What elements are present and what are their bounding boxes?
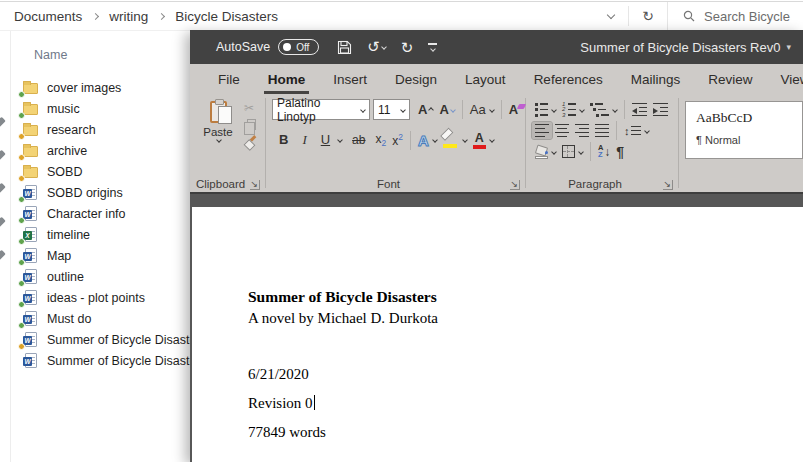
multilevel-list-button[interactable] xyxy=(587,101,620,119)
clipboard-dialog-launcher-icon[interactable]: ↘ xyxy=(250,180,261,190)
change-case-button[interactable]: Aa xyxy=(467,101,497,118)
numbering-button[interactable]: 1 2 3 xyxy=(559,101,587,119)
screenshot-root: Documents writing Bicycle Disasters xyxy=(0,0,803,462)
font-name-combobox[interactable]: Palatino Linotyp xyxy=(272,99,370,120)
cut-icon[interactable]: ✂ xyxy=(244,102,258,114)
line-spacing-button[interactable]: ↕ xyxy=(621,123,653,139)
sync-status-badge xyxy=(18,301,25,308)
file-row[interactable]: cover images xyxy=(22,77,197,98)
file-type-icon xyxy=(25,227,37,242)
bold-button[interactable]: B xyxy=(272,129,295,151)
subscript-button[interactable]: x2 xyxy=(372,130,389,150)
file-row[interactable]: Must do xyxy=(22,308,197,329)
italic-button[interactable]: I xyxy=(295,129,313,151)
file-row[interactable]: research xyxy=(22,119,197,140)
ribbon-tab[interactable]: Mailings xyxy=(617,64,695,94)
file-type-icon xyxy=(25,185,37,200)
file-icon xyxy=(22,311,40,327)
shrink-font-button[interactable]: A xyxy=(436,101,457,118)
doc-title-text[interactable]: Summer of Bicycle Disasters xyxy=(248,288,437,306)
doc-revision-text[interactable]: Revision 0 xyxy=(248,395,315,412)
redo-icon[interactable]: ↻ xyxy=(401,40,414,55)
breadcrumb-item[interactable]: writing xyxy=(105,7,152,26)
ribbon-tab[interactable]: Home xyxy=(254,64,320,94)
clear-formatting-button[interactable]: A xyxy=(506,100,521,119)
file-row[interactable]: timeline xyxy=(22,224,197,245)
breadcrumb-segment: Documents xyxy=(10,7,105,26)
divider xyxy=(624,100,625,119)
doc-byline-text[interactable]: A novel by Michael D. Durkota xyxy=(248,310,438,327)
file-row[interactable]: Summer of Bicycle Disaste xyxy=(22,329,197,350)
copy-icon[interactable] xyxy=(247,119,256,130)
shading-button[interactable] xyxy=(532,143,559,160)
file-row[interactable]: SOBD xyxy=(22,161,197,182)
chevron-down-icon xyxy=(579,107,585,113)
format-painter-icon[interactable] xyxy=(244,135,258,149)
highlight-color-button[interactable] xyxy=(440,131,470,150)
increase-indent-button[interactable] xyxy=(650,101,671,119)
file-icon xyxy=(22,185,40,201)
align-center-icon xyxy=(555,124,569,138)
file-row[interactable]: outline xyxy=(22,266,197,287)
grow-font-button[interactable]: A xyxy=(415,101,436,118)
paragraph-dialog-launcher-icon[interactable]: ↘ xyxy=(663,180,674,190)
paste-clipboard-icon xyxy=(210,101,227,123)
file-type-icon xyxy=(23,104,38,115)
address-dropdown-icon[interactable] xyxy=(607,11,615,19)
ribbon-tab[interactable]: Design xyxy=(381,64,451,94)
underline-button[interactable]: U xyxy=(314,129,345,151)
document-page[interactable]: Summer of Bicycle Disasters A novel by M… xyxy=(192,207,803,462)
borders-button[interactable] xyxy=(559,143,586,160)
justify-button[interactable] xyxy=(592,122,612,140)
font-size-combobox[interactable]: 11 xyxy=(373,99,410,120)
chevron-down-icon xyxy=(462,137,468,143)
align-center-button[interactable] xyxy=(552,122,572,140)
ribbon-tab[interactable]: Review xyxy=(694,64,766,94)
align-right-button[interactable] xyxy=(572,122,592,140)
save-icon[interactable] xyxy=(337,40,352,55)
chevron-down-icon xyxy=(216,137,222,143)
search-input[interactable]: Search Bicycle xyxy=(667,2,803,30)
align-left-button[interactable] xyxy=(532,122,552,140)
text-effects-button[interactable]: A xyxy=(415,130,440,151)
superscript-button[interactable]: x2 xyxy=(389,130,406,150)
file-row[interactable]: ideas - plot points xyxy=(22,287,197,308)
breadcrumb-item[interactable]: Documents xyxy=(10,7,86,26)
font-group: Palatino Linotyp 11 A A Aa A B I U xyxy=(266,94,525,192)
ribbon-tab[interactable]: Insert xyxy=(319,64,381,94)
customize-qat-icon[interactable] xyxy=(428,43,437,51)
strikethrough-button[interactable]: ab xyxy=(345,130,372,150)
column-header-name[interactable]: Name xyxy=(30,46,71,64)
sync-status-badge xyxy=(18,175,25,182)
file-type-icon xyxy=(23,125,38,136)
doc-date-text[interactable]: 6/21/2020 xyxy=(248,366,309,383)
divider xyxy=(616,121,617,140)
file-row[interactable]: archive xyxy=(22,140,197,161)
refresh-icon[interactable]: ↻ xyxy=(629,3,667,29)
sort-button[interactable]: AZ↓ xyxy=(595,143,613,161)
chevron-down-icon xyxy=(337,137,343,143)
breadcrumb-item[interactable]: Bicycle Disasters xyxy=(171,7,282,26)
decrease-indent-button[interactable] xyxy=(629,101,650,119)
ribbon-tab[interactable]: Layout xyxy=(451,64,520,94)
file-row[interactable]: music xyxy=(22,98,197,119)
show-hide-marks-button[interactable]: ¶ xyxy=(613,142,627,162)
ribbon-tab[interactable]: File xyxy=(204,64,254,94)
file-row[interactable]: SOBD origins xyxy=(22,182,197,203)
paste-button[interactable]: Paste xyxy=(196,99,240,149)
ribbon-tab[interactable]: View xyxy=(766,64,803,94)
ribbon-tab[interactable]: References xyxy=(520,64,617,94)
file-row[interactable]: Map xyxy=(22,245,197,266)
ribbon-tab-bar: File Home Insert Design Layout Reference… xyxy=(190,64,803,94)
autosave-toggle[interactable]: Off xyxy=(278,39,319,55)
style-normal-item[interactable]: AaBbCcD ¶ Normal xyxy=(685,101,803,159)
font-color-button[interactable]: A xyxy=(470,129,497,151)
document-title[interactable]: Summer of Bicycle Disasters Rev0 ▾ xyxy=(580,40,803,55)
undo-button[interactable]: ↺ xyxy=(367,38,386,56)
multilevel-list-icon xyxy=(590,103,609,117)
font-dialog-launcher-icon[interactable]: ↘ xyxy=(510,180,521,190)
doc-wordcount-text[interactable]: 77849 words xyxy=(248,424,326,441)
file-row[interactable]: Summer of Bicycle Disaste xyxy=(22,350,197,371)
file-row[interactable]: Character info xyxy=(22,203,197,224)
bullets-button[interactable] xyxy=(532,101,559,119)
